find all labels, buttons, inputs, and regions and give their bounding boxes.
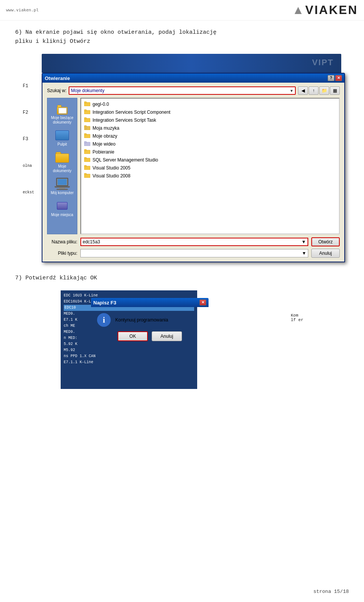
page-footer: strona 15/18 <box>313 589 349 594</box>
svg-rect-5 <box>84 118 86 119</box>
location-dropdown[interactable]: Moje dokumenty ▼ <box>69 86 296 95</box>
file-name-images: Moje obrazy <box>93 133 117 139</box>
file-item-downloads[interactable]: Pobieranie <box>83 148 337 156</box>
dialog-main-area: Moje bieżące dokumenty Pulpit <box>47 98 340 234</box>
file-item-gegl[interactable]: gegl-0.0 <box>83 100 337 108</box>
folder-icon-ssms <box>84 157 90 163</box>
up-button[interactable]: ↑ <box>309 86 318 95</box>
file-name-ssms: SQL Server Management Studio <box>93 157 158 163</box>
folder-icon-isst <box>84 117 90 123</box>
file-item-isst[interactable]: Integration Services Script Task <box>83 116 337 124</box>
file-item-ssms[interactable]: SQL Server Management Studio <box>83 156 337 164</box>
file-name-isst: Integration Services Script Task <box>93 118 156 123</box>
file-item-images[interactable]: Moje obrazy <box>83 132 337 140</box>
napisz-close-button[interactable]: ✕ <box>199 299 206 306</box>
folder-icon-images <box>84 133 90 139</box>
svg-rect-10 <box>84 133 86 135</box>
my-docs-icon <box>55 151 70 163</box>
svg-rect-3 <box>84 110 86 111</box>
page-header: www.viaken.pl ▲VIAKEN <box>0 0 364 20</box>
filename-label: Nazwa pliku: <box>47 239 77 245</box>
f1-label: F1 <box>23 73 34 99</box>
napisz-title: Napisz F3 <box>93 300 116 306</box>
svg-text:♪: ♪ <box>85 127 87 130</box>
desktop-label: Pulpit <box>57 142 67 147</box>
filename-input[interactable]: edc15a3 ▼ <box>80 238 308 246</box>
file-name-video: Moje wideo <box>93 141 116 147</box>
filetype-dropdown-arrow: ▼ <box>302 251 306 256</box>
page-content: 6) Na ekranie pojawi się okno otwierania… <box>0 20 364 427</box>
svg-rect-20 <box>84 173 86 175</box>
file-item-video[interactable]: Moje wideo <box>83 140 337 148</box>
file-item-music[interactable]: ♪ Moja muzyka <box>83 124 337 132</box>
right-side-text: Kom lf er <box>291 313 303 322</box>
dialog-bottom: Nazwa pliku: edc15a3 ▼ Otwórz Pliki typu… <box>47 237 340 258</box>
bg-item-11: E7.1.1 K-Line <box>64 359 194 365</box>
svg-rect-16 <box>84 157 86 159</box>
svg-rect-1 <box>84 102 86 103</box>
step7-text: 7) Potwierdź klikając OK <box>15 274 349 283</box>
ok-button[interactable]: OK <box>118 331 148 341</box>
shortcut-recent[interactable]: Moje bieżące dokumenty <box>49 101 75 126</box>
side-labels: F1 F2 F3 olna eckst <box>23 73 34 205</box>
shortcut-my-places[interactable]: Moje miejsca <box>49 198 75 219</box>
open-file-dialog: Otwieranie ? ✕ Szukaj w: Moje dokumenty … <box>42 73 345 262</box>
filetype-input[interactable]: ▼ <box>80 249 308 257</box>
my-computer-label: Mój komputer <box>51 191 74 195</box>
file-name-downloads: Pobieranie <box>93 149 114 155</box>
file-name-vs2008: Visual Studio 2008 <box>93 173 130 179</box>
svg-rect-12 <box>84 141 86 143</box>
file-item-vs2005[interactable]: Visual Studio 2005 <box>83 164 337 172</box>
napisz-buttons: OK Anuluj <box>97 331 202 341</box>
dialog-bg-bar <box>42 54 341 73</box>
close-button[interactable]: ✕ <box>335 75 342 81</box>
new-folder-button[interactable]: 📁 <box>319 86 329 95</box>
bg-item-9: M5.92 <box>64 347 194 353</box>
toolbar-buttons: ◀ ↑ 📁 ▦ <box>298 86 340 95</box>
my-places-label: Moje miejsca <box>51 213 73 217</box>
cancel-button[interactable]: Anuluj <box>311 249 340 258</box>
file-item-issc[interactable]: Integration Services Script Component <box>83 108 337 116</box>
open-dialog: Otwieranie ? ✕ Szukaj w: Moje dokumenty … <box>42 54 341 262</box>
help-button[interactable]: ? <box>328 75 334 81</box>
f2-label: F2 <box>23 99 34 126</box>
my-places-icon <box>55 200 70 212</box>
site-url: www.viaken.pl <box>6 8 39 13</box>
view-button[interactable]: ▦ <box>330 86 340 95</box>
filetype-label: Pliki typu: <box>47 251 77 256</box>
svg-rect-18 <box>84 165 86 167</box>
shortcut-desktop[interactable]: Pulpit <box>49 128 75 148</box>
back-button[interactable]: ◀ <box>298 86 308 95</box>
my-computer-icon <box>55 178 70 190</box>
napisz-title-bar: Napisz F3 ✕ <box>91 298 209 307</box>
open-button[interactable]: Otwórz <box>311 237 340 246</box>
folder-icon-vs2008 <box>84 172 90 179</box>
recent-docs-icon <box>55 103 70 115</box>
folder-icon-gegl <box>84 101 90 107</box>
dialog-body: Szukaj w: Moje dokumenty ▼ ◀ ↑ 📁 ▦ <box>42 83 344 262</box>
cancel-button-2[interactable]: Anuluj <box>152 331 182 341</box>
shortcuts-panel: Moje bieżące dokumenty Pulpit <box>47 98 77 234</box>
shortcut-my-docs[interactable]: Moje dokumenty <box>49 150 75 175</box>
folder-icon-vs2005 <box>84 165 90 171</box>
filetype-row: Pliki typu: ▼ Anuluj <box>47 249 340 258</box>
file-name-vs2005: Visual Studio 2005 <box>93 165 130 171</box>
filename-value: edc15a3 <box>83 239 100 245</box>
open-file-dialog-container: F1 F2 F3 olna eckst Otwieranie ? ✕ <box>23 54 341 262</box>
dialog-title-bar: Otwieranie ? ✕ <box>42 74 344 83</box>
napisz-message-row: i Kontynuuj programowania <box>97 313 168 327</box>
eckst-label: eckst <box>23 179 34 205</box>
olna-label: olna <box>23 152 34 179</box>
step6-text: 6) Na ekranie pojawi się okno otwierania… <box>15 28 349 46</box>
shortcut-my-computer[interactable]: Mój komputer <box>49 176 75 197</box>
title-bar-buttons: ? ✕ <box>328 75 342 81</box>
file-item-vs2008[interactable]: Visual Studio 2008 <box>83 172 337 180</box>
recent-docs-label: Moje bieżące dokumenty <box>50 116 75 125</box>
file-list: gegl-0.0 Integration Services Script Com… <box>80 98 340 234</box>
dialog2-area: EDC 16U3 K-Line EDC16U34 K-Line/CAN EDC1… <box>61 290 303 397</box>
dialog-title: Otwieranie <box>45 75 70 81</box>
folder-icon-downloads <box>84 149 90 155</box>
dropdown-arrow: ▼ <box>290 89 293 93</box>
current-folder: Moje dokumenty <box>71 88 104 93</box>
svg-rect-14 <box>84 149 86 151</box>
